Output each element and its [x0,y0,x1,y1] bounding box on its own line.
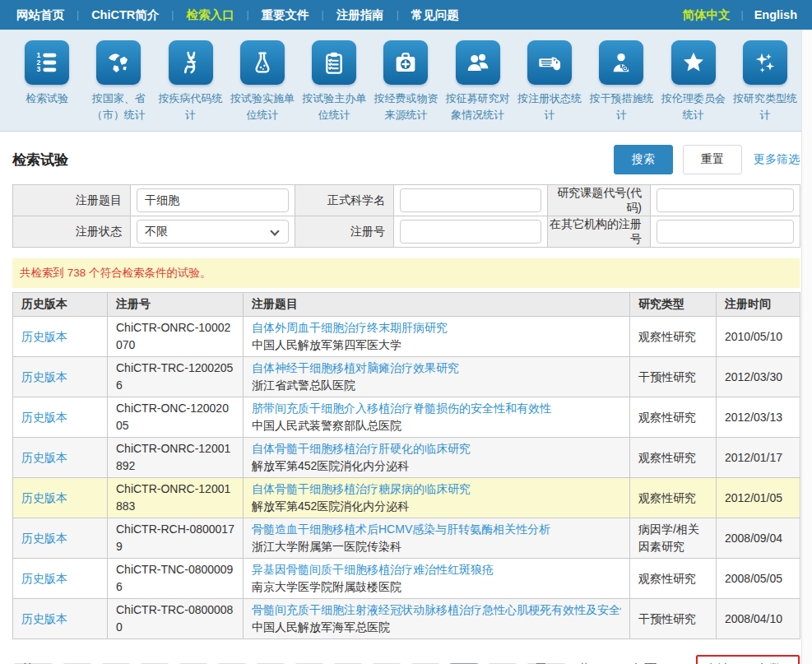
history-version-link[interactable]: 历史版本 [21,572,67,585]
pagination: 首页 < 65 66 67 68 69 70 71 72 73 74 > 尾页 … [12,655,800,664]
history-version-link[interactable]: 历史版本 [21,532,67,545]
nav-item-chictr-intro[interactable]: ChiCTR简介 [90,7,160,23]
people-icon [456,40,500,85]
trial-title-link[interactable]: 自体外周血干细胞治疗终末期肝病研究 [252,319,621,337]
stat-label: 按试验主办单位统计 [299,91,369,123]
reg-date-cell: 2010/05/10 [717,317,800,357]
stat-label: 按疾病代码统计 [155,91,226,123]
history-version-link[interactable]: 历史版本 [21,612,67,625]
column-header-reg-number: 注册号 [108,293,244,317]
reg-status-select[interactable]: 不限 [137,220,289,244]
reg-status-label: 注册状态 [13,216,131,248]
study-type-cell: 干预性研究 [630,599,717,639]
trial-title-link[interactable]: 异基因骨髓间质干细胞移植治疗难治性红斑狼疮 [252,561,621,578]
stat-label: 按伦理委员会统计 [658,91,729,123]
study-type-cell: 观察性研究 [630,397,717,438]
reg-title-label: 注册题目 [13,185,131,216]
search-form: 注册题目 正式科学名 研究课题代号(代码) 注册状态 不限 注册号 在其它机构的… [12,184,800,248]
stat-item-by-disease-code[interactable]: 按疾病代码统计 [155,40,226,123]
stat-item-by-ethics-committee[interactable]: 按伦理委员会统计 [658,40,729,123]
stat-item-by-recruitment-status[interactable]: 按征募研究对象情况统计 [443,40,513,123]
stat-item-by-country-province[interactable]: 按国家、省（市）统计 [83,40,154,123]
reset-button[interactable]: 重置 [683,145,742,174]
scrollbar-track[interactable] [801,30,812,664]
history-version-link[interactable]: 历史版本 [21,330,67,343]
history-version-link[interactable]: 历史版本 [21,451,67,464]
more-filters-link[interactable]: 更多筛选 [754,152,800,167]
stat-label: 按征募研究对象情况统计 [443,91,513,123]
stat-label: 按试验实施单位统计 [227,91,298,123]
table-row: 历史版本 ChiCTR-ONRC-10002070 自体外周血干细胞治疗终末期肝… [13,317,800,357]
language-english[interactable]: English [754,8,797,21]
reg-date-cell: 2008/04/10 [717,599,800,639]
stat-label: 按国家、省（市）统计 [83,91,154,123]
column-header-study-type: 研究类型 [630,293,717,317]
table-row: 历史版本 ChiCTR-TNC-08000096 异基因骨髓间质干细胞移植治疗难… [13,559,800,599]
stat-item-by-study-type[interactable]: 按研究类型统计 [730,40,800,123]
stat-item-by-implementing-unit[interactable]: 按试验实施单位统计 [227,40,298,123]
history-version-link[interactable]: 历史版本 [21,491,67,504]
reg-number-cell: ChiCTR-ONRC-12001892 [108,438,244,478]
stat-item-by-funding-source[interactable]: 按经费或物资来源统计 [370,40,441,123]
table-row: 历史版本 ChiCTR-TRC-12002056 自体神经干细胞移植对脑瘫治疗效… [13,357,800,397]
nav-separator: | [246,9,248,21]
reg-number-cell: ChiCTR-ONRC-12001883 [108,478,244,518]
trial-title-link[interactable]: 脐带间充质干细胞介入移植治疗脊髓损伤的安全性和有效性 [252,400,621,417]
trial-title-link[interactable]: 骨髓造血干细胞移植术后HCMV感染与肝转氨酶相关性分析 [252,521,621,538]
reg-number-cell: ChiCTR-TRC-08000080 [108,599,244,639]
reg-number-cell: ChiCTR-RCH-08000179 [108,518,244,559]
nav-item-home[interactable]: 网站首页 [15,7,66,23]
language-simplified-chinese[interactable]: 简体中文 [683,7,731,23]
stat-label: 检索试验 [12,91,82,107]
trial-title-link[interactable]: 自体骨髓干细胞移植治疗肝硬化的临床研究 [252,440,621,457]
results-table: 历史版本 注册号 注册题目 研究类型 注册时间 历史版本 ChiCTR-ONRC… [12,292,800,639]
reg-number-label: 注册号 [295,216,394,248]
organization-text: 浙江大学附属第一医院传染科 [252,540,401,553]
stat-label: 按注册状态统计 [514,91,585,123]
nav-item-faq[interactable]: 常见问题 [410,7,461,23]
nav-item-registration-guide[interactable]: 注册指南 [335,7,386,23]
table-row: 历史版本 ChiCTR-ONC-12002005 脐带间充质干细胞介入移植治疗脊… [13,397,800,438]
table-row: 历史版本 ChiCTR-ONRC-12001892 自体骨髓干细胞移植治疗肝硬化… [13,438,800,478]
organization-text: 中国人民解放军海军总医院 [252,620,390,634]
reg-title-input[interactable] [137,188,289,212]
trial-title-link[interactable]: 骨髓间充质干细胞注射液经冠状动脉移植治疗急性心肌梗死有效性及安全性的随机... [252,601,621,619]
reg-date-cell: 2008/09/04 [717,518,800,559]
clipboard-icon [312,40,356,85]
stat-item-search-trials[interactable]: 1 2 3 检索试验 [12,40,82,123]
section-header: 检索试验 搜索 重置 更多筛选 [12,145,800,174]
reg-number-input[interactable] [400,220,541,244]
reg-status-selected-value: 不限 [145,225,168,239]
scientific-name-input[interactable] [400,188,541,212]
organization-text: 中国人民解放军第四军医大学 [252,338,401,351]
total-records-highlight-box: 合计 738 条数据 [696,655,800,664]
doctor-icon [599,40,643,85]
column-header-reg-date: 注册时间 [717,293,800,317]
nav-item-search-entry[interactable]: 检索入口 [184,7,235,23]
reg-number-cell: ChiCTR-ONRC-10002070 [108,317,244,357]
trial-title-link[interactable]: 自体神经干细胞移植对脑瘫治疗效果研究 [252,360,621,377]
study-code-input[interactable] [657,188,794,212]
history-version-link[interactable]: 历史版本 [21,370,67,383]
study-type-cell: 观察性研究 [630,478,717,518]
history-version-link[interactable]: 历史版本 [21,411,67,424]
top-navigation: 网站首页 | ChiCTR简介 | 检索入口 | 重要文件 | 注册指南 | 常… [0,0,812,30]
reg-date-cell: 2012/03/30 [717,357,800,397]
nav-separator: | [397,9,399,21]
other-reg-number-input[interactable] [657,220,794,244]
nav-item-important-documents[interactable]: 重要文件 [260,7,311,23]
study-code-label: 研究课题代号(代码) [548,185,651,216]
numbered-list-icon: 1 2 3 [25,40,69,85]
study-type-cell: 病因学/相关因素研究 [630,518,717,559]
stat-item-by-sponsor-unit[interactable]: 按试验主办单位统计 [299,40,369,123]
svg-text:3: 3 [36,65,40,73]
nav-separator: | [171,9,174,21]
nav-separator: | [741,9,744,21]
stat-item-by-registration-status[interactable]: 按注册状态统计 [514,40,585,123]
trial-title-link[interactable]: 自体骨髓干细胞移植治疗糖尿病的临床研究 [252,481,621,498]
table-row: 历史版本 ChiCTR-RCH-08000179 骨髓造血干细胞移植术后HCMV… [13,518,800,559]
reg-number-cell: ChiCTR-TNC-08000096 [108,559,244,599]
stat-item-by-intervention[interactable]: 按干预措施统计 [586,40,657,123]
search-button[interactable]: 搜索 [614,145,673,174]
organization-text: 浙江省武警总队医院 [252,378,355,392]
